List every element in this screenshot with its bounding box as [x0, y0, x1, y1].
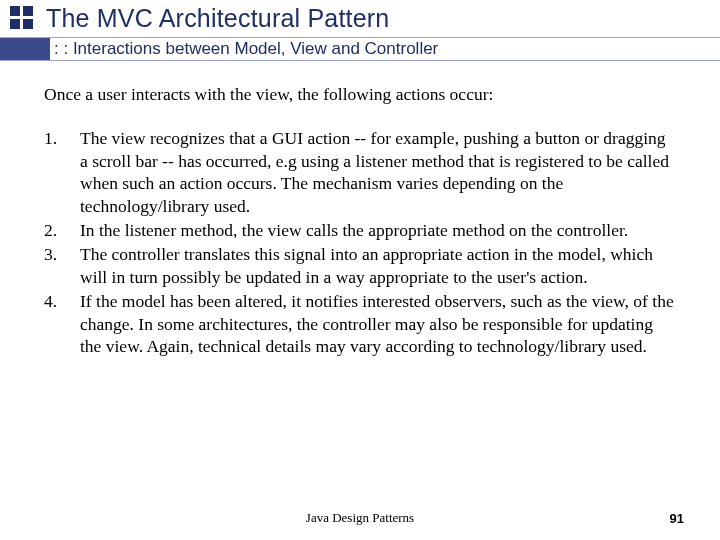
list-item: The controller translates this signal in… [44, 243, 676, 288]
slide-subtitle: : : Interactions between Model, View and… [54, 39, 438, 59]
list-item: The view recognizes that a GUI action --… [44, 127, 676, 217]
footer-center-text: Java Design Patterns [306, 510, 414, 526]
intro-text: Once a user interacts with the view, the… [44, 83, 676, 105]
list-item: If the model has been altered, it notifi… [44, 290, 676, 357]
list-item: In the listener method, the view calls t… [44, 219, 676, 241]
slide-body: Once a user interacts with the view, the… [0, 61, 720, 357]
decorative-squares [10, 6, 33, 29]
steps-list: The view recognizes that a GUI action --… [44, 127, 676, 357]
page-number: 91 [670, 511, 684, 526]
slide-header: The MVC Architectural Pattern : : Intera… [0, 0, 720, 61]
slide-title: The MVC Architectural Pattern [46, 4, 720, 33]
subtitle-bar: : : Interactions between Model, View and… [0, 37, 720, 61]
